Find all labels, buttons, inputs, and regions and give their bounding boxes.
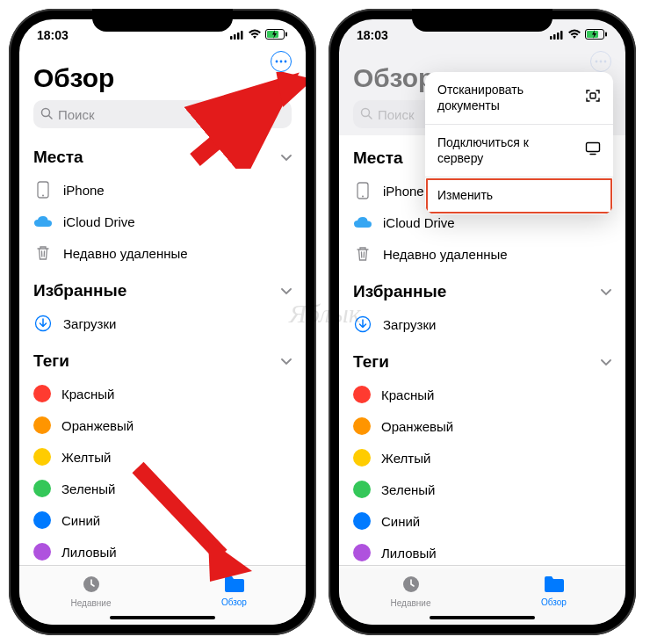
list-item-tag-blue[interactable]: Синий bbox=[353, 505, 611, 537]
tab-label: Недавние bbox=[71, 598, 112, 608]
menu-item-label: Подключиться к серверу bbox=[437, 135, 569, 166]
svg-line-11 bbox=[49, 115, 53, 119]
svg-point-9 bbox=[285, 61, 287, 63]
chevron-down-icon bbox=[601, 356, 611, 369]
menu-item-label: Отсканировать документы bbox=[437, 83, 569, 113]
list-item-label: Недавно удаленные bbox=[383, 247, 508, 262]
list-item-tag-blue[interactable]: Синий bbox=[33, 504, 292, 536]
phone-left: 18:03 Обзор Пои bbox=[9, 9, 316, 635]
list-item-icloud[interactable]: iCloud Drive bbox=[33, 206, 292, 237]
tag-dot bbox=[33, 480, 51, 497]
list-item-tag-orange[interactable]: Оранжевый bbox=[33, 409, 292, 441]
menu-item-edit[interactable]: Изменить bbox=[425, 177, 613, 214]
trash-icon bbox=[33, 245, 53, 261]
list-item-trash[interactable]: Недавно удаленные bbox=[353, 238, 611, 270]
wifi-icon bbox=[567, 28, 581, 42]
tag-dot bbox=[353, 481, 371, 498]
list-item-tag-purple[interactable]: Лиловый bbox=[353, 537, 611, 568]
search-input[interactable]: Поиск bbox=[33, 100, 292, 128]
tag-dot bbox=[353, 544, 371, 561]
home-indicator[interactable] bbox=[110, 616, 215, 619]
download-icon bbox=[33, 315, 53, 332]
section-header-tags[interactable]: Теги bbox=[33, 351, 292, 371]
wifi-icon bbox=[248, 28, 262, 42]
svg-rect-1 bbox=[234, 34, 236, 40]
clock-icon bbox=[81, 574, 102, 597]
list-item-label: iCloud Drive bbox=[63, 214, 135, 229]
scan-icon bbox=[585, 88, 601, 108]
chevron-down-icon bbox=[281, 151, 292, 164]
svg-rect-3 bbox=[241, 31, 243, 40]
section-title: Избранные bbox=[353, 282, 446, 301]
content: Места iPhone iCloud Drive bbox=[19, 148, 306, 568]
svg-point-27 bbox=[596, 61, 598, 63]
list-item-tag-green[interactable]: Зеленый bbox=[353, 474, 611, 505]
status-time: 18:03 bbox=[357, 28, 388, 42]
section-header-favorites[interactable]: Избранные bbox=[33, 281, 292, 300]
search-placeholder: Поиск bbox=[378, 107, 415, 122]
tab-label: Обзор bbox=[221, 597, 247, 607]
svg-rect-6 bbox=[285, 33, 287, 37]
section-header-favorites[interactable]: Избранные bbox=[353, 282, 611, 301]
svg-point-36 bbox=[362, 196, 364, 198]
iphone-icon bbox=[33, 181, 53, 199]
svg-rect-33 bbox=[587, 143, 600, 152]
status-indicators bbox=[230, 28, 288, 42]
search-icon bbox=[40, 107, 53, 122]
phone-right: 18:03 Обзор Пои bbox=[329, 9, 636, 635]
section-title: Теги bbox=[353, 352, 389, 372]
iphone-icon bbox=[353, 182, 372, 199]
home-indicator[interactable] bbox=[430, 616, 535, 619]
list-item-downloads[interactable]: Загрузки bbox=[33, 308, 292, 339]
list-item-tag-red[interactable]: Красный bbox=[353, 379, 611, 410]
tag-dot bbox=[353, 512, 371, 530]
tag-dot bbox=[33, 385, 51, 402]
chevron-down-icon bbox=[281, 285, 292, 298]
svg-rect-2 bbox=[237, 33, 240, 40]
tab-label: Недавние bbox=[391, 598, 431, 608]
list-item-iphone[interactable]: iPhone bbox=[33, 174, 292, 206]
svg-point-29 bbox=[604, 61, 607, 63]
list-item-tag-orange[interactable]: Оранжевый bbox=[353, 410, 611, 442]
svg-rect-21 bbox=[553, 34, 556, 40]
notch bbox=[92, 9, 233, 32]
svg-rect-20 bbox=[550, 36, 552, 40]
tag-dot bbox=[353, 386, 371, 403]
more-button[interactable] bbox=[271, 51, 292, 72]
cloud-icon bbox=[33, 215, 53, 228]
list-item-label: Синий bbox=[381, 514, 420, 529]
tag-dot bbox=[33, 448, 51, 466]
section-title: Места bbox=[353, 148, 403, 168]
battery-icon bbox=[265, 28, 288, 42]
menu-item-connect[interactable]: Подключиться к серверу bbox=[425, 125, 613, 177]
signal-icon bbox=[550, 28, 564, 42]
list-item-downloads[interactable]: Загрузки bbox=[353, 308, 611, 340]
svg-rect-23 bbox=[560, 31, 563, 40]
list-item-tag-yellow[interactable]: Желтый bbox=[353, 442, 611, 474]
section-header-tags[interactable]: Теги bbox=[353, 352, 611, 372]
svg-rect-32 bbox=[590, 93, 596, 98]
signal-icon bbox=[230, 28, 244, 42]
clock-icon bbox=[401, 574, 422, 597]
list-item-label: Загрузки bbox=[383, 317, 436, 332]
svg-point-28 bbox=[600, 61, 603, 63]
screen: 18:03 Обзор Пои bbox=[339, 19, 625, 625]
status-indicators bbox=[550, 28, 608, 42]
list-item-label: iCloud Drive bbox=[383, 215, 455, 230]
header: Обзор Поиск bbox=[19, 51, 306, 135]
svg-line-31 bbox=[369, 115, 372, 119]
list-item-label: Красный bbox=[381, 387, 434, 402]
tag-dot bbox=[33, 511, 51, 529]
more-button[interactable] bbox=[590, 51, 611, 72]
list-item-trash[interactable]: Недавно удаленные bbox=[33, 237, 292, 269]
menu-item-scan[interactable]: Отсканировать документы bbox=[425, 72, 613, 125]
list-item-tag-red[interactable]: Красный bbox=[33, 378, 292, 409]
tab-label: Обзор bbox=[541, 597, 567, 607]
list-item-tag-yellow[interactable]: Желтый bbox=[33, 441, 292, 473]
search-icon bbox=[360, 107, 372, 122]
list-item-label: Зеленый bbox=[61, 481, 115, 496]
trash-icon bbox=[353, 246, 372, 262]
list-item-tag-purple[interactable]: Лиловый bbox=[33, 536, 292, 568]
list-item-tag-green[interactable]: Зеленый bbox=[33, 473, 292, 504]
section-header-places[interactable]: Места bbox=[33, 148, 292, 167]
